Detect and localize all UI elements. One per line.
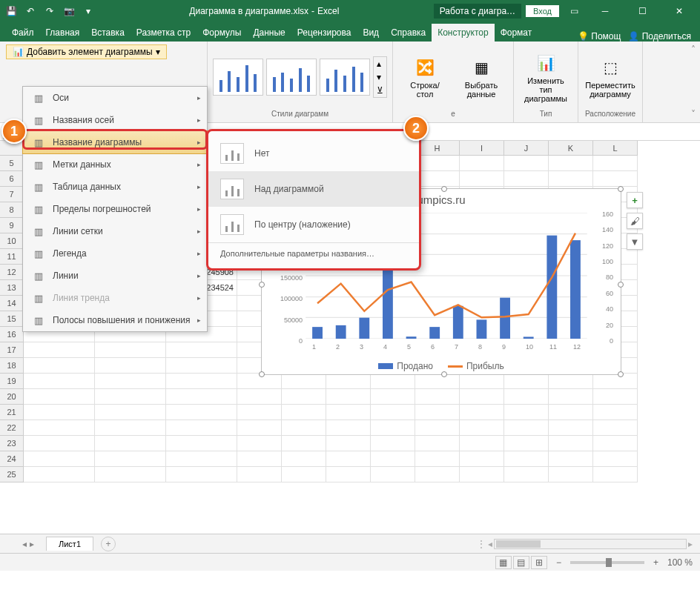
cell-F24[interactable]: [326, 451, 371, 467]
submenu-item-1[interactable]: Над диаграммой: [208, 171, 419, 207]
style-thumb-1[interactable]: [213, 59, 263, 96]
cell-L5[interactable]: [593, 156, 638, 171]
cell-C23[interactable]: [166, 436, 237, 451]
cell-C24[interactable]: [166, 451, 237, 467]
maximize-button[interactable]: ☐: [626, 1, 658, 21]
close-button[interactable]: ✕: [663, 1, 696, 21]
gallery-up-icon[interactable]: ▴: [374, 57, 386, 70]
cell-H23[interactable]: [415, 436, 460, 451]
cell-K20[interactable]: [549, 389, 593, 405]
cell-B19[interactable]: [95, 374, 166, 389]
col-header-I[interactable]: I: [460, 141, 504, 156]
sheet-nav-first-icon[interactable]: ◂: [22, 539, 27, 549]
sheet-nav-last-icon[interactable]: ▸: [30, 539, 34, 549]
cell-I19[interactable]: [460, 374, 504, 389]
dd-item-axistitle[interactable]: ▥Названия осей▸: [23, 109, 207, 131]
dd-item-grid[interactable]: ▥Линии сетки▸: [23, 220, 207, 242]
row-header-8[interactable]: 8: [0, 202, 24, 218]
cell-G22[interactable]: [371, 420, 415, 436]
horizontal-scrollbar[interactable]: ⋮ ◂▸: [117, 539, 700, 549]
dd-item-table[interactable]: ▥Таблица данных▸: [23, 176, 207, 198]
cell-J19[interactable]: [504, 374, 549, 389]
cell-L19[interactable]: [593, 374, 638, 389]
row-header-20[interactable]: 20: [0, 389, 24, 405]
select-data-button[interactable]: ▦Выбрать данные: [455, 54, 507, 100]
cell-G21[interactable]: [371, 405, 415, 420]
undo-icon[interactable]: ↶: [24, 4, 37, 18]
dd-item-lines[interactable]: ▥Линии▸: [23, 265, 207, 287]
submenu-item-2[interactable]: По центру (наложение): [208, 207, 419, 242]
cell-B24[interactable]: [95, 451, 166, 467]
cell-H24[interactable]: [415, 451, 460, 467]
sheet-tab-1[interactable]: Лист1: [46, 537, 93, 551]
dd-item-datalabel[interactable]: ▥Метки данных▸: [23, 153, 207, 176]
chart-styles-gallery[interactable]: ▴▾⊻: [213, 44, 387, 110]
cell-A19[interactable]: [24, 374, 95, 389]
row-header-10[interactable]: 10: [0, 233, 24, 249]
share-button[interactable]: 👤 Поделиться: [628, 31, 691, 42]
row-header-6[interactable]: 6: [0, 171, 24, 187]
cell-E23[interactable]: [282, 436, 326, 451]
row-header-18[interactable]: 18: [0, 358, 24, 374]
cell-B25[interactable]: [95, 467, 166, 482]
tab-insert[interactable]: Вставка: [85, 24, 131, 42]
col-header-H[interactable]: H: [415, 141, 460, 156]
redo-icon[interactable]: ↷: [43, 4, 56, 18]
cell-L25[interactable]: [593, 467, 638, 482]
chart-styles-button[interactable]: 🖌: [627, 213, 643, 229]
view-pagebreak-button[interactable]: ⊞: [531, 556, 547, 569]
cell-I20[interactable]: [460, 389, 504, 405]
cell-J5[interactable]: [504, 156, 549, 171]
cell-B21[interactable]: [95, 405, 166, 420]
cell-A18[interactable]: [24, 358, 95, 374]
minimize-button[interactable]: ─: [589, 1, 621, 21]
cell-A23[interactable]: [24, 436, 95, 451]
cell-C21[interactable]: [166, 405, 237, 420]
style-thumb-2[interactable]: [266, 59, 317, 96]
cell-J25[interactable]: [504, 467, 549, 482]
cell-E19[interactable]: [282, 374, 326, 389]
cell-A24[interactable]: [24, 451, 95, 467]
cell-E24[interactable]: [282, 451, 326, 467]
cell-C25[interactable]: [166, 467, 237, 482]
tab-view[interactable]: Вид: [357, 24, 385, 42]
change-chart-type-button[interactable]: 📊Изменить тип диаграммы: [520, 50, 572, 105]
tell-me[interactable]: 💡 Помощ: [578, 31, 621, 42]
cell-G25[interactable]: [371, 467, 415, 482]
dd-item-axes[interactable]: ▥Оси▸: [23, 87, 207, 109]
cell-A20[interactable]: [24, 389, 95, 405]
cell-E25[interactable]: [282, 467, 326, 482]
cell-J21[interactable]: [504, 405, 549, 420]
cell-E20[interactable]: [282, 389, 326, 405]
add-sheet-button[interactable]: +: [101, 537, 116, 551]
zoom-level[interactable]: 100 %: [667, 557, 693, 568]
tab-data[interactable]: Данные: [247, 24, 291, 42]
move-chart-button[interactable]: ⬚Переместить диаграмму: [584, 54, 636, 100]
col-header-K[interactable]: K: [549, 141, 593, 156]
dd-item-updown[interactable]: ▥Полосы повышения и понижения▸: [23, 309, 207, 331]
tab-format[interactable]: Формат: [495, 24, 538, 42]
row-header-7[interactable]: 7: [0, 187, 24, 202]
cell-D20[interactable]: [237, 389, 282, 405]
chart-elements-button[interactable]: +: [627, 192, 643, 208]
cell-J6[interactable]: [504, 171, 549, 187]
expand-formula-icon[interactable]: ˅: [691, 109, 696, 119]
view-pagelayout-button[interactable]: ▤: [513, 556, 529, 569]
cell-H20[interactable]: [415, 389, 460, 405]
row-header-19[interactable]: 19: [0, 374, 24, 389]
dd-item-legend[interactable]: ▥Легенда▸: [23, 242, 207, 265]
cell-I21[interactable]: [460, 405, 504, 420]
cell-D22[interactable]: [237, 420, 282, 436]
chart-legend[interactable]: Продано Прибыль: [262, 361, 621, 371]
cell-H19[interactable]: [415, 374, 460, 389]
cell-G24[interactable]: [371, 451, 415, 467]
submenu-more-options[interactable]: Дополнительные параметры названия…: [208, 242, 419, 264]
cell-E21[interactable]: [282, 405, 326, 420]
collapse-ribbon-icon[interactable]: ˄: [691, 44, 696, 55]
cell-F23[interactable]: [326, 436, 371, 451]
chart-filters-button[interactable]: ▼: [627, 233, 643, 250]
cell-B20[interactable]: [95, 389, 166, 405]
cell-E22[interactable]: [282, 420, 326, 436]
ribbon-options-icon[interactable]: ▭: [564, 6, 584, 16]
cell-C17[interactable]: [166, 342, 237, 358]
